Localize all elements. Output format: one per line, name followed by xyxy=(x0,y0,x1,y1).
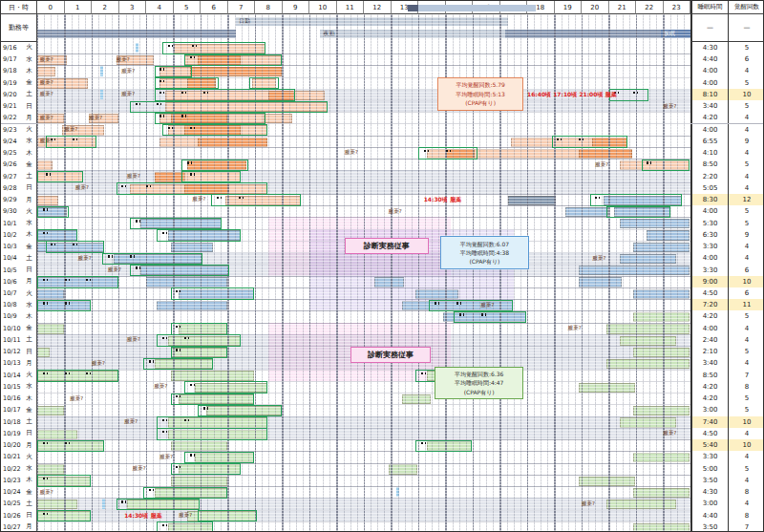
sleep-time-value: 4:50 xyxy=(690,428,728,439)
stats-line: 平均睡眠時間:4:38 xyxy=(460,248,510,257)
awakening-mark xyxy=(159,80,165,82)
duty-bar: 仮眠 xyxy=(661,30,693,38)
day-of-week-cell: 水 xyxy=(22,381,37,393)
wake-count-value: 11 xyxy=(728,299,764,310)
sleep-time-value: 8:50 xyxy=(690,159,728,170)
day-of-week-cell: 水 xyxy=(22,217,37,228)
hour-header: 5 xyxy=(174,1,202,14)
duty-row-label: 勤務等 xyxy=(1,14,37,42)
wake-count-value: 4 xyxy=(728,357,764,369)
day-of-week-cell: 水 xyxy=(22,299,37,310)
row-separator xyxy=(1,124,764,137)
day-of-week-cell: 火 xyxy=(22,124,37,136)
day-of-week-cell: 木 xyxy=(22,310,37,322)
row-separator xyxy=(1,136,764,148)
day-of-week-cell: 月 xyxy=(22,357,37,369)
medication-note: 服薬? xyxy=(127,337,140,343)
awakening-mark xyxy=(162,524,168,526)
awakening-mark xyxy=(446,150,452,152)
awakening-mark xyxy=(43,208,49,210)
wake-count-value: 6 xyxy=(728,53,764,65)
awakening-mark xyxy=(51,244,56,245)
day-of-week-cell: 月 xyxy=(22,521,37,532)
wake-count-value: 9 xyxy=(728,136,764,147)
wake-count-value: 4 xyxy=(728,170,764,181)
date-cell: 10/15 xyxy=(1,381,22,393)
sleep-time-value: 3:00 xyxy=(690,404,728,415)
wake-count-value: 4 xyxy=(728,182,764,194)
hour-header: 4 xyxy=(146,1,174,14)
date-cell: 10/2 xyxy=(1,229,22,241)
wake-count-value: 7 xyxy=(728,521,764,532)
medication-time-note: 16:40頃 17:10頃 21:00頃 服薬 xyxy=(527,92,617,97)
awakening-mark xyxy=(43,302,49,304)
medication-note: 服薬? xyxy=(192,197,205,202)
wake-count-value: 4 xyxy=(728,323,764,334)
wake-count-value: 5 xyxy=(728,42,764,53)
hour-header: 20 xyxy=(582,1,609,14)
awakening-mark xyxy=(65,372,71,374)
day-of-week-cell: 土 xyxy=(22,89,37,100)
wake-count-value: 5 xyxy=(728,463,764,475)
sleep-time-value: 4:40 xyxy=(690,510,728,521)
awakening-mark xyxy=(157,103,162,105)
awakening-mark xyxy=(187,161,193,163)
sleep-bar xyxy=(620,336,676,346)
awakening-mark xyxy=(168,127,174,129)
awakening-mark xyxy=(159,115,165,117)
medication-note: 服薬? xyxy=(127,174,140,180)
medication-note: 服薬? xyxy=(40,116,53,121)
sleep-time-value: 5:40 xyxy=(690,439,728,451)
awakening-mark xyxy=(108,255,114,257)
stats-line: (CPAP有り) xyxy=(465,98,496,107)
wake-count-column-header: 覚醒回数 xyxy=(728,1,764,14)
wake-count-value: 4 xyxy=(728,475,764,486)
green-outline-box xyxy=(130,265,230,276)
date-cell: 10/19 xyxy=(1,428,22,439)
date-cell: 10/16 xyxy=(1,393,22,404)
sleep-bar xyxy=(633,289,690,299)
day-of-week-cell: 金 xyxy=(22,241,37,252)
average-stats-box: 平均覚醒回数:6.36平均睡眠時間:4:47(CPAP有り) xyxy=(435,367,523,399)
sleep-bar xyxy=(190,67,282,76)
medication-note: 服薬? xyxy=(595,162,608,168)
blue-tick xyxy=(396,487,399,497)
awakening-mark xyxy=(456,302,462,304)
medication-note: 服薬? xyxy=(568,326,582,331)
awakening-mark xyxy=(217,197,223,199)
awakening-mark xyxy=(421,442,427,444)
sleep-time-value: 4:00 xyxy=(690,205,728,217)
awakening-mark xyxy=(73,244,78,245)
duty-bar: 夜勤 xyxy=(320,30,508,38)
date-cell: 9/21 xyxy=(1,100,22,112)
wake-count-value: 4 xyxy=(728,112,764,123)
awakening-mark xyxy=(557,138,562,140)
sleep-time-value: 4:00 xyxy=(690,252,728,264)
awakening-mark xyxy=(239,197,244,199)
sleep-bar xyxy=(606,500,676,509)
date-cell: 10/10 xyxy=(1,323,22,334)
sleep-bar xyxy=(633,523,690,532)
wake-count-value: 5 xyxy=(728,205,764,217)
sleep-bar xyxy=(293,91,325,100)
date-cell: 10/21 xyxy=(1,451,22,462)
date-cell: 10/22 xyxy=(1,463,22,475)
day-of-week-cell: 月 xyxy=(22,439,37,451)
sleep-bar xyxy=(37,67,55,76)
hour-header: 21 xyxy=(609,1,637,14)
date-cell: 10/18 xyxy=(1,416,22,428)
sleep-time-value: 4:40 xyxy=(690,53,728,65)
awakening-mark xyxy=(159,92,165,94)
day-of-week-cell: 火 xyxy=(22,42,37,53)
awakening-mark xyxy=(192,45,198,47)
duty-sleep-value: — xyxy=(690,14,728,42)
medication-note: 服薬? xyxy=(117,57,130,63)
day-of-week-cell: 金 xyxy=(22,486,37,498)
wake-count-value: 10 xyxy=(728,89,764,100)
date-cell: 10/11 xyxy=(1,334,22,346)
medication-note: 服薬? xyxy=(664,104,677,110)
green-outline-box xyxy=(157,416,267,428)
awakening-mark xyxy=(579,138,584,140)
header-schedule-bar xyxy=(418,5,536,11)
awakening-mark xyxy=(481,313,487,315)
